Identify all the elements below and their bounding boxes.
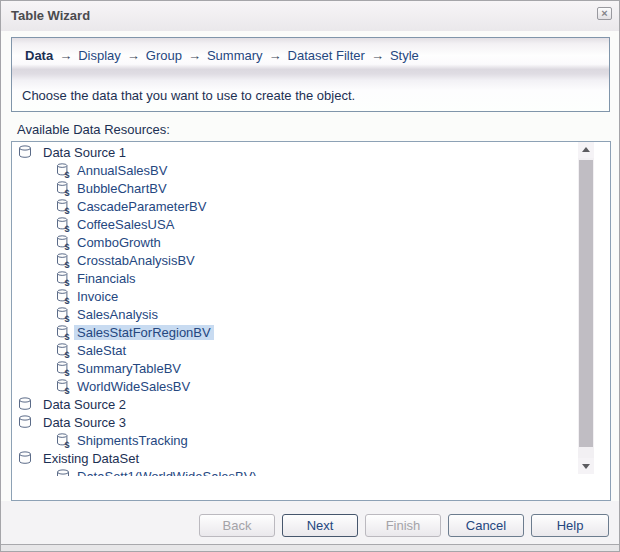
tree-item-label: SalesAnalysis xyxy=(77,307,158,322)
tree-item-combogrowth[interactable]: $ComboGrowth xyxy=(12,233,578,251)
tree-item-cascadeparameterbv[interactable]: $CascadeParameterBV xyxy=(12,197,578,215)
tree-item-summarytablebv[interactable]: $SummaryTableBV xyxy=(12,359,578,377)
tree-item-salesstatforregionbv[interactable]: $SalesStatForRegionBV xyxy=(12,323,578,341)
back-button: Back xyxy=(199,514,275,537)
step-display[interactable]: Display xyxy=(78,48,121,63)
tree-item-label: Existing DataSet xyxy=(43,451,139,466)
step-dataset-filter[interactable]: Dataset Filter xyxy=(288,48,365,63)
business-view-icon: $ xyxy=(55,342,71,358)
svg-text:$: $ xyxy=(65,440,70,449)
tree-item-data-source-2[interactable]: Data Source 2 xyxy=(12,395,578,413)
tree-item-label: ComboGrowth xyxy=(77,235,161,250)
tree-item-label: CrosstabAnalysisBV xyxy=(77,253,195,268)
tree-viewport: Data Source 1$AnnualSalesBV$BubbleChartB… xyxy=(12,142,578,476)
tree-item-coffeesalesusa[interactable]: $CoffeeSalesUSA xyxy=(12,215,578,233)
next-button[interactable]: Next xyxy=(282,514,358,537)
step-group[interactable]: Group xyxy=(146,48,182,63)
title-bar[interactable]: Table Wizard × xyxy=(1,1,619,32)
scroll-up-button[interactable] xyxy=(578,142,594,158)
tree-item-data-source-1[interactable]: Data Source 1 xyxy=(12,143,578,161)
business-view-icon: $ xyxy=(55,234,71,250)
tree-item-datasett1-worldwidesalesbv[interactable]: DataSett1(WorldWideSalesBV) xyxy=(12,467,578,476)
business-view-icon: $ xyxy=(55,432,71,448)
dialog-content: Data→Display→Group→Summary→Dataset Filte… xyxy=(1,31,619,501)
data-source-icon xyxy=(17,144,33,160)
svg-text:$: $ xyxy=(65,368,70,377)
step-arrow-icon: → xyxy=(365,48,390,63)
tree-item-data-source-3[interactable]: Data Source 3 xyxy=(12,413,578,431)
tree-item-label: DataSett1(WorldWideSalesBV) xyxy=(77,469,257,477)
step-summary[interactable]: Summary xyxy=(207,48,263,63)
tree-item-financials[interactable]: $Financials xyxy=(12,269,578,287)
scroll-thumb[interactable] xyxy=(579,160,593,447)
svg-text:$: $ xyxy=(65,278,70,287)
down-arrow-icon xyxy=(582,464,590,469)
tree-item-label: Data Source 2 xyxy=(43,397,126,412)
tree-item-invoice[interactable]: $Invoice xyxy=(12,287,578,305)
tree-item-existing-dataset[interactable]: Existing DataSet xyxy=(12,449,578,467)
business-view-icon: $ xyxy=(55,198,71,214)
tree-item-crosstabanalysisbv[interactable]: $CrosstabAnalysisBV xyxy=(12,251,578,269)
table-wizard-dialog: Table Wizard × Data→Display→Group→Summar… xyxy=(0,0,620,552)
data-resources-tree: Data Source 1$AnnualSalesBV$BubbleChartB… xyxy=(11,141,611,501)
scroll-down-button[interactable] xyxy=(578,458,594,474)
wizard-steps-panel: Data→Display→Group→Summary→Dataset Filte… xyxy=(11,37,610,112)
business-view-icon: $ xyxy=(55,378,71,394)
step-arrow-icon: → xyxy=(121,48,146,63)
tree-item-label: CascadeParameterBV xyxy=(77,199,206,214)
cancel-button[interactable]: Cancel xyxy=(448,514,524,537)
step-arrow-icon: → xyxy=(182,48,207,63)
tree-item-label: Financials xyxy=(77,271,136,286)
wizard-steps: Data→Display→Group→Summary→Dataset Filte… xyxy=(25,47,419,65)
business-view-icon: $ xyxy=(55,324,71,340)
dataset-icon xyxy=(55,468,71,476)
finish-button: Finish xyxy=(365,514,441,537)
tree-item-label: Invoice xyxy=(77,289,118,304)
svg-text:$: $ xyxy=(65,188,70,197)
tree-item-salesanalysis[interactable]: $SalesAnalysis xyxy=(12,305,578,323)
svg-text:$: $ xyxy=(65,170,70,179)
step-style[interactable]: Style xyxy=(390,48,419,63)
svg-text:$: $ xyxy=(65,242,70,251)
help-button[interactable]: Help xyxy=(531,514,609,537)
data-source-icon xyxy=(17,414,33,430)
tree-item-bubblechartbv[interactable]: $BubbleChartBV xyxy=(12,179,578,197)
tree-item-label: ShipmentsTracking xyxy=(77,433,188,448)
instruction-text: Choose the data that you want to use to … xyxy=(22,88,355,103)
svg-text:$: $ xyxy=(65,206,70,215)
business-view-icon: $ xyxy=(55,360,71,376)
svg-text:$: $ xyxy=(65,296,70,305)
business-view-icon: $ xyxy=(55,180,71,196)
business-view-icon: $ xyxy=(55,288,71,304)
tree-item-worldwidesalesbv[interactable]: $WorldWideSalesBV xyxy=(12,377,578,395)
up-arrow-icon xyxy=(582,147,590,152)
svg-text:$: $ xyxy=(65,260,70,269)
step-data[interactable]: Data xyxy=(25,48,53,63)
svg-text:$: $ xyxy=(65,224,70,233)
svg-text:$: $ xyxy=(65,350,70,359)
step-arrow-icon: → xyxy=(53,48,78,63)
tree-item-label: BubbleChartBV xyxy=(77,181,167,196)
tree-item-label: AnnualSalesBV xyxy=(77,163,167,178)
step-arrow-icon: → xyxy=(263,48,288,63)
available-resources-label: Available Data Resources: xyxy=(17,122,170,137)
tree-item-label: SaleStat xyxy=(77,343,126,358)
tree-item-label: SalesStatForRegionBV xyxy=(74,325,214,340)
data-source-icon xyxy=(17,396,33,412)
tree-item-label: WorldWideSalesBV xyxy=(77,379,190,394)
tree-item-label: Data Source 1 xyxy=(43,145,126,160)
svg-text:$: $ xyxy=(65,386,70,395)
tree-scrollbar[interactable] xyxy=(578,142,594,474)
business-view-icon: $ xyxy=(55,252,71,268)
tree-item-label: SummaryTableBV xyxy=(77,361,181,376)
business-view-icon: $ xyxy=(55,306,71,322)
business-view-icon: $ xyxy=(55,162,71,178)
close-button[interactable]: × xyxy=(597,7,612,20)
data-source-icon xyxy=(17,450,33,466)
tree-item-shipmentstracking[interactable]: $ShipmentsTracking xyxy=(12,431,578,449)
tree-item-annualsalesbv[interactable]: $AnnualSalesBV xyxy=(12,161,578,179)
tree-item-salestat[interactable]: $SaleStat xyxy=(12,341,578,359)
close-icon: × xyxy=(601,7,607,19)
tree-item-label: CoffeeSalesUSA xyxy=(77,217,174,232)
tree-item-label: Data Source 3 xyxy=(43,415,126,430)
